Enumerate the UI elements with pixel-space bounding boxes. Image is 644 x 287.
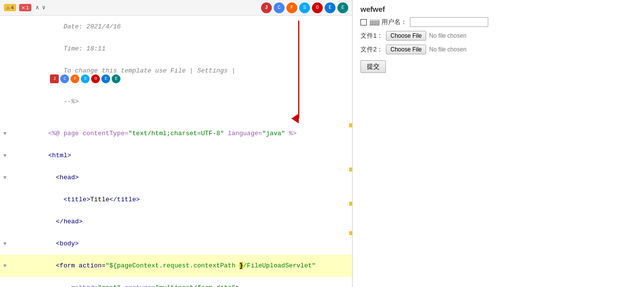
line-gutter: ▼	[0, 175, 10, 181]
code-text: <%@ page contentType=	[48, 130, 128, 137]
safari-icon[interactable]: S	[299, 2, 310, 13]
fold-icon[interactable]	[10, 46, 16, 52]
code-line: Date: 2021/4/16	[0, 16, 352, 38]
editor-panel: ⚠ 4 ✕ 1 ∧ ∨ J C F S O E E Date: 2021/4/1…	[0, 0, 353, 287]
line-gutter: ▼	[0, 241, 10, 247]
preview-panel: wefwef jjjjjjj 用户名： 文件1： Choose File No …	[353, 0, 644, 287]
code-line: --%>	[0, 91, 352, 113]
code-text: >	[236, 284, 239, 287]
preview-title: wefwef	[360, 5, 636, 13]
code-content: <title>Title</title>	[16, 189, 352, 211]
firefox-icon: F	[71, 74, 79, 83]
opera-icon[interactable]: O	[312, 2, 323, 13]
code-text: <title>	[48, 196, 90, 203]
editor-toolbar: ⚠ 4 ✕ 1 ∧ ∨ J C F S O E E	[0, 0, 352, 16]
code-area[interactable]: Date: 2021/4/16 Time: 18:11 To change th…	[0, 16, 352, 287]
safari-icon: S	[81, 74, 90, 83]
code-content: Date: 2021/4/16	[16, 16, 352, 38]
fold-icon[interactable]	[10, 285, 16, 287]
edge-icon: E	[112, 74, 120, 83]
warning-marker	[349, 123, 352, 127]
form-row-file1: 文件1： Choose File No file chosen	[360, 31, 636, 41]
nav-arrows: ∧ ∨	[34, 4, 46, 11]
line-gutter: ▼	[0, 263, 10, 269]
fold-icon[interactable]	[10, 99, 16, 105]
code-text: To change this template use File | Setti…	[48, 67, 235, 74]
fold-icon[interactable]	[10, 115, 16, 120]
intellij-icon[interactable]: J	[261, 2, 272, 13]
code-line: ▼ <form action="${pageContext.request.co…	[0, 255, 352, 277]
code-content: To change this template use File | Setti…	[16, 60, 352, 91]
fold-icon[interactable]	[10, 219, 16, 225]
code-content: --%>	[16, 91, 352, 113]
submit-button[interactable]: 提交	[360, 60, 386, 73]
code-content: <body>	[16, 233, 352, 255]
code-content: <%@ page contentType="text/html;charset=…	[16, 122, 352, 144]
no-file2-text: No file chosen	[429, 46, 466, 53]
warning-badge[interactable]: ⚠ 4	[4, 4, 16, 11]
code-text: language=	[224, 130, 262, 137]
code-line: method="post" enctype="multipart/form-da…	[0, 277, 352, 287]
choose-file2-button[interactable]: Choose File	[386, 45, 426, 54]
chrome-icon: C	[60, 74, 69, 83]
username-input[interactable]	[410, 17, 488, 27]
code-text: enctype=	[121, 284, 155, 287]
code-line: ▼ <body>	[0, 233, 352, 255]
warning-marker	[349, 202, 352, 206]
error-count: 1	[26, 5, 29, 11]
form-row-submit: 提交	[360, 58, 636, 73]
code-text: %>	[285, 130, 296, 137]
nav-down-arrow[interactable]: ∨	[41, 4, 47, 11]
error-badge[interactable]: ✕ 1	[19, 4, 31, 11]
code-text: "${pageContext.request.contextPath	[105, 262, 239, 269]
code-line: <title>Title</title>	[0, 189, 352, 211]
code-content: </head>	[16, 211, 352, 233]
code-text: <form action=	[48, 262, 105, 269]
fold-icon[interactable]	[10, 175, 16, 181]
code-line: To change this template use File | Setti…	[0, 60, 352, 91]
code-content: <head>	[16, 167, 352, 189]
preview-form: jjjjjjj 用户名： 文件1： Choose File No file ch…	[360, 17, 636, 73]
chrome-icon[interactable]: C	[274, 2, 285, 13]
code-text: method=	[71, 284, 98, 287]
code-text: <html>	[48, 152, 71, 159]
nav-up-arrow[interactable]: ∧	[34, 4, 40, 11]
choose-file1-button[interactable]: Choose File	[386, 31, 426, 41]
fold-icon[interactable]	[10, 24, 16, 30]
edge-icon[interactable]: E	[337, 2, 348, 13]
code-text: --%>	[48, 98, 78, 105]
code-line: ▼ <html>	[0, 144, 352, 167]
fold-icon[interactable]	[10, 131, 16, 137]
code-line: ▼ <%@ page contentType="text/html;charse…	[0, 122, 352, 144]
fold-icon[interactable]	[10, 263, 16, 269]
no-file1-text: No file chosen	[429, 32, 466, 39]
code-line: </head>	[0, 211, 352, 233]
code-content	[16, 114, 352, 121]
fold-icon[interactable]	[10, 72, 16, 78]
code-text: "text/html;charset=UTF-8"	[128, 130, 224, 137]
opera-icon: O	[91, 74, 100, 83]
code-text	[48, 284, 71, 287]
code-content: Time: 18:11	[16, 38, 352, 60]
checkbox-label: jjjjjjj 用户名：	[370, 18, 407, 26]
fold-icon[interactable]	[10, 241, 16, 247]
ie-icon[interactable]: E	[325, 2, 335, 13]
line-gutter: ▼	[0, 131, 10, 137]
ie-icon: E	[101, 74, 110, 83]
code-text: Time: 18:11	[48, 45, 105, 52]
form-row-username: jjjjjjj 用户名：	[360, 17, 636, 27]
file1-label: 文件1：	[360, 31, 383, 40]
code-text: "java"	[262, 130, 285, 137]
code-text: <body>	[48, 240, 78, 247]
code-line	[0, 113, 352, 122]
code-content: method="post" enctype="multipart/form-da…	[16, 277, 352, 287]
code-text: <head>	[48, 174, 78, 181]
fold-icon[interactable]	[10, 197, 16, 203]
checkbox-jjjjjjj[interactable]	[360, 19, 367, 25]
warning-count: 4	[11, 5, 14, 11]
code-line: Time: 18:11	[0, 38, 352, 60]
firefox-icon[interactable]: F	[286, 2, 297, 13]
file2-label: 文件2：	[360, 45, 383, 54]
code-text: "multipart/form-data"	[155, 284, 236, 287]
fold-icon[interactable]	[10, 153, 16, 159]
